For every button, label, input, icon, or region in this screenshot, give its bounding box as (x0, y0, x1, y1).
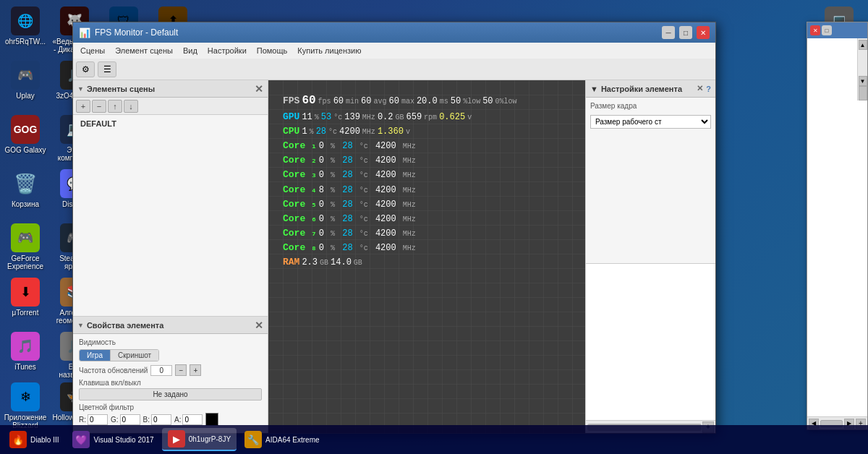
menu-help[interactable]: Помощь (252, 45, 292, 56)
freq-plus-btn[interactable]: + (190, 364, 201, 376)
taskbar-item-aida64[interactable]: 🔧 AIDA64 Extreme (239, 428, 325, 451)
elements-panel-header: ▼ Элементы сцены ✕ (73, 80, 268, 98)
fps-low2-unit: 0%low (495, 96, 517, 108)
ram-label: RAM (283, 255, 299, 270)
fps-minimize-btn[interactable]: ─ (662, 26, 675, 39)
fps-ms-unit: ms (440, 96, 448, 108)
fps-max-unit: max (401, 96, 414, 108)
add-element-btn[interactable]: + (76, 100, 90, 113)
gpu-temp-unit: °c (333, 112, 342, 124)
tab-screenshot[interactable]: Скриншот (111, 350, 158, 361)
fps-val: 60 (302, 92, 315, 110)
key-label: Клавиша вкл/выкл (79, 379, 262, 387)
props-panel-title: Свойства элемента (87, 321, 163, 330)
elements-toolbar: + − ↑ ↓ (73, 98, 268, 115)
menu-license[interactable]: Купить лицензию (293, 45, 365, 56)
toolbar-btn-list[interactable]: ☰ (98, 61, 116, 77)
settings-panel: ▼ Настройки элемента ✕ ? Размер кадра Ра… (585, 80, 715, 433)
settings-help-btn[interactable]: ? (706, 85, 711, 93)
settings-body: Размер кадра Размер рабочего ст (586, 98, 715, 263)
color-b-input[interactable] (151, 414, 171, 425)
fps-monitor-window: 📊 FPS Monitor - Default ─ □ ✕ Сцены Элем… (72, 22, 716, 434)
toolbar-btn-gear[interactable]: ⚙ (76, 61, 95, 77)
gpu-label: GPU (283, 110, 299, 124)
fps-titlebar: 📊 FPS Monitor - Default ─ □ ✕ (73, 22, 715, 43)
taskbar-item-diablo[interactable]: 🔥 Diablo III (4, 428, 64, 451)
main-canvas: FPS 60 fps 60 min 60 avg 60 max 20.0 ms … (268, 80, 585, 433)
fps-label: FPS (283, 94, 299, 108)
cpu-pct-unit: % (310, 127, 314, 138)
desktop-icon-gog[interactable]: GOG GOG Galaxy (0, 112, 51, 157)
color-r-input[interactable] (88, 414, 108, 425)
desktop-icon-uplay[interactable]: 🎮 Uplay (0, 58, 51, 103)
gpu-v-unit: v (467, 112, 472, 124)
fps-min-unit: min (346, 96, 359, 108)
menu-settings[interactable]: Настройки (203, 45, 251, 56)
fps-min-val: 60 (333, 95, 344, 108)
ram-used-unit: GB (320, 257, 328, 269)
gpu-mhz: 139 (344, 111, 360, 124)
move-down-btn[interactable]: ↓ (124, 100, 138, 113)
menu-element[interactable]: Элемент сцены (111, 45, 177, 56)
gpu-rpm-unit: rpm (424, 112, 437, 124)
core-row-5: Core ₅ 0 % 28 °c 4200 MHz (283, 197, 517, 212)
gpu-pct-unit: % (315, 112, 319, 124)
fps-close-btn[interactable]: ✕ (697, 26, 710, 39)
fps-toolbar: ⚙ ☰ (73, 59, 715, 80)
core-row-6: Core ₆ 0 % 28 °c 4200 MHz (283, 212, 517, 226)
freq-value[interactable]: 0 (150, 365, 172, 376)
taskbar-item-0h1ugr[interactable]: ▶ 0h1ugrP-8JY (162, 428, 237, 451)
move-up-btn[interactable]: ↑ (108, 100, 122, 113)
desktop-icon-geforce[interactable]: 🎮 GeForce Experience (0, 220, 51, 273)
color-inputs: R: G: B: A: (79, 413, 262, 426)
gpu-pct: 11 (302, 111, 312, 124)
fps-maximize-btn[interactable]: □ (679, 26, 692, 39)
fps-menubar: Сцены Элемент сцены Вид Настройки Помощь… (73, 43, 715, 59)
cpu-temp-unit: °c (328, 127, 337, 138)
core-row-2: Core ₂ 0 % 28 °c 4200 MHz (283, 153, 517, 168)
props-panel: ▼ Свойства элемента ✕ Видимость Игра Скр… (73, 316, 268, 433)
cpu-mhz-unit: MHz (362, 127, 375, 138)
elements-close-btn[interactable]: ✕ (255, 83, 263, 95)
fps-window-title: FPS Monitor - Default (95, 27, 658, 38)
second-win-close[interactable]: ✕ (810, 25, 820, 35)
taskbar-item-vs2017[interactable]: 💜 Visual Studio 2017 (67, 428, 159, 451)
fps-overlay: FPS 60 fps 60 min 60 avg 60 max 20.0 ms … (276, 87, 524, 274)
desktop-icon-utorrent[interactable]: ⬇ μTorrent (0, 275, 51, 320)
color-filter-label: Цветной фильтр (79, 403, 262, 411)
core-row-3: Core ₃ 0 % 28 °c 4200 MHz (283, 168, 517, 182)
fps-body: ▼ Элементы сцены ✕ + − ↑ ↓ DEFAULT ▼ Сво… (73, 80, 715, 433)
settings-scroll-area (586, 263, 715, 421)
cpu-label: CPU (283, 124, 299, 139)
fps-low2-val: 50 (482, 95, 493, 108)
gpu-gb: 0.2 (378, 111, 393, 124)
desktop-icon-ohr5rqtw[interactable]: 🌐 ohr5RqTW... (0, 4, 51, 48)
tab-game[interactable]: Игра (80, 350, 111, 361)
desktop-icon-itunes[interactable]: 🎵 iTunes (0, 329, 51, 374)
second-win-max[interactable]: □ (822, 25, 832, 35)
color-g-input[interactable] (120, 414, 140, 425)
cpu-v: 1.360 (378, 125, 404, 139)
color-a-input[interactable] (182, 414, 203, 425)
default-element-item[interactable]: DEFAULT (76, 118, 265, 129)
fps-max-val: 60 (388, 95, 399, 108)
core-row-1: Core ₁ 0 % 28 °c 4200 MHz (283, 139, 517, 153)
frame-size-select[interactable]: Размер рабочего ст (590, 115, 711, 129)
props-close-btn[interactable]: ✕ (255, 320, 263, 331)
fps-unit: fps (318, 96, 331, 108)
cpu-pct: 1 (302, 125, 307, 139)
key-value[interactable]: Не задано (79, 388, 262, 401)
fps-avg-val: 60 (361, 95, 371, 108)
gpu-v: 0.625 (439, 111, 465, 124)
menu-view[interactable]: Вид (179, 45, 202, 56)
remove-element-btn[interactable]: − (92, 100, 106, 113)
core-row-4: Core ₄ 8 % 28 °c 4200 MHz (283, 183, 517, 197)
props-panel-header: ▼ Свойства элемента ✕ (73, 317, 268, 334)
desktop-icon-korzina[interactable]: 🗑️ Корзина (0, 166, 51, 211)
left-panel: ▼ Элементы сцены ✕ + − ↑ ↓ DEFAULT ▼ Сво… (73, 80, 268, 433)
freq-minus-btn[interactable]: − (175, 364, 187, 376)
settings-panel-title: Настройки элемента (601, 85, 682, 93)
menu-scenes[interactable]: Сцены (76, 45, 109, 56)
ram-total: 14.0 (331, 256, 352, 270)
settings-close-btn[interactable]: ✕ (697, 84, 703, 93)
